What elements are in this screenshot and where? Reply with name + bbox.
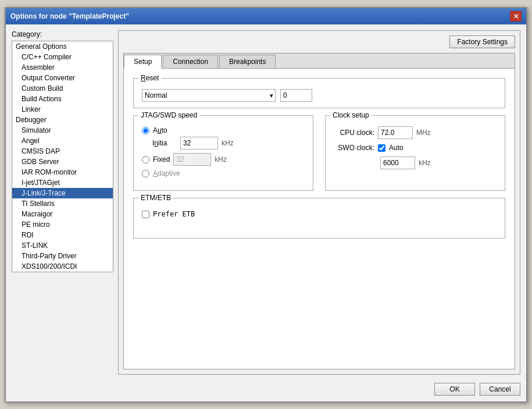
clock-column: Clock setup CPU clock: MHz SW (325, 115, 505, 198)
sidebar-item-i-jet-jtagjet[interactable]: I-jet/JTAGjet (12, 177, 113, 188)
prefer-etb-row: Prefer ETB (142, 210, 497, 218)
cpu-clock-input[interactable] (378, 126, 413, 139)
tab-setup[interactable]: Setup (124, 55, 162, 69)
auto-radio-item: Auto (142, 126, 305, 134)
cpu-clock-row: CPU clock: MHz (334, 126, 497, 139)
clock-options: CPU clock: MHz SWO clock: Auto (334, 126, 497, 169)
initial-row: Initia kHz (152, 137, 305, 150)
swo-auto-checkbox[interactable] (378, 144, 385, 152)
sidebar-item-output-converter[interactable]: Output Converter (12, 73, 113, 83)
jtag-column: JTAG/SWD speed Auto Initia (133, 115, 313, 198)
content-area: Factory Settings Setup Connection Breakp… (118, 30, 520, 375)
initial-label: Initia (152, 139, 177, 147)
sidebar-item-xds100[interactable]: XDS100/200/ICDI (12, 261, 113, 272)
sidebar-item-st-link[interactable]: ST-LINK (12, 240, 113, 251)
jtag-legend: JTAG/SWD speed (138, 111, 199, 119)
fixed-radio-item: Fixed kHz (142, 153, 305, 166)
reset-row: Normal Core System (142, 89, 497, 102)
swo-value-row: kHz (380, 157, 497, 169)
sidebar-container: Category: General Options C/C++ Compiler… (12, 30, 113, 375)
factory-settings-button[interactable]: Factory Settings (449, 35, 515, 48)
title-bar: Options for node "TemplateProject" ✕ (6, 8, 526, 24)
sidebar-item-third-party-driver[interactable]: Third-Party Driver (12, 251, 113, 261)
sidebar-item-assembler[interactable]: Assembler (12, 62, 113, 73)
reset-value-input[interactable] (280, 89, 312, 102)
main-area: Category: General Options C/C++ Compiler… (12, 30, 520, 375)
prefer-etb-label: Prefer ETB (153, 210, 195, 218)
swo-clock-label: SWO clock: (334, 144, 374, 152)
swo-clock-input[interactable] (380, 157, 415, 169)
main-window: Options for node "TemplateProject" ✕ Cat… (5, 7, 527, 403)
two-columns: JTAG/SWD speed Auto Initia (133, 115, 505, 198)
cpu-clock-unit: MHz (416, 129, 431, 137)
category-label: Category: (12, 30, 113, 38)
adaptive-radio-item: Adaptive (142, 169, 305, 177)
sidebar-item-angel[interactable]: Angel (12, 136, 113, 146)
tab-connection[interactable]: Connection (163, 55, 218, 68)
swo-clock-unit: kHz (419, 159, 431, 167)
reset-legend: Reset (138, 74, 161, 82)
sidebar-item-pe-micro[interactable]: PE micro (12, 219, 113, 230)
jtag-section: JTAG/SWD speed Auto Initia (133, 115, 313, 191)
close-button[interactable]: ✕ (510, 11, 522, 22)
sidebar-item-c-cpp-compiler[interactable]: C/C++ Compiler (12, 52, 113, 62)
prefer-etb-checkbox[interactable] (142, 211, 149, 218)
window-body: Category: General Options C/C++ Compiler… (6, 24, 526, 401)
cpu-clock-label: CPU clock: (334, 129, 374, 137)
sidebar-item-simulator[interactable]: Simulator (12, 125, 113, 136)
tab-bar: Setup Connection Breakpoints (124, 54, 515, 69)
reset-section: Reset Normal Core System (133, 78, 505, 108)
tabs-container: Setup Connection Breakpoints Reset Norma… (123, 53, 515, 369)
sidebar-item-build-actions[interactable]: Build Actions (12, 94, 113, 104)
sidebar: General Options C/C++ Compiler Assembler… (12, 41, 113, 272)
sidebar-item-iar-rom-monitor[interactable]: IAR ROM-monitor (12, 167, 113, 177)
tab-content-setup: Reset Normal Core System (124, 69, 515, 369)
auto-radio[interactable] (142, 127, 149, 134)
initial-unit: kHz (222, 139, 234, 147)
sidebar-item-macraigor[interactable]: Macraigor (12, 209, 113, 219)
etm-section: ETM/ETB Prefer ETB (133, 198, 505, 239)
auto-label: Auto (153, 126, 167, 134)
sidebar-item-linker[interactable]: Linker (12, 104, 113, 115)
sidebar-item-custom-build[interactable]: Custom Build (12, 83, 113, 94)
initial-value-input[interactable] (180, 137, 218, 150)
etm-legend: ETM/ETB (138, 194, 173, 202)
sidebar-item-cmsis-dap[interactable]: CMSIS DAP (12, 146, 113, 157)
tab-breakpoints[interactable]: Breakpoints (219, 55, 276, 68)
sidebar-item-general-options[interactable]: General Options (12, 41, 113, 52)
reset-select-wrapper: Normal Core System (142, 89, 276, 102)
window-title: Options for node "TemplateProject" (10, 12, 129, 20)
sidebar-item-j-link-j-trace[interactable]: J-Link/J-Trace (12, 188, 113, 198)
ok-button[interactable]: OK (434, 383, 475, 396)
etm-options: Prefer ETB (142, 210, 497, 218)
cancel-button[interactable]: Cancel (480, 383, 520, 396)
fixed-unit: kHz (215, 155, 227, 163)
fixed-radio[interactable] (142, 156, 149, 163)
factory-settings-row: Factory Settings (123, 35, 515, 48)
adaptive-radio[interactable] (142, 170, 149, 177)
swo-auto-label: Auto (389, 144, 404, 152)
jtag-options: Auto Initia kHz (142, 126, 305, 177)
fixed-value-input[interactable] (173, 153, 211, 166)
sidebar-item-rdi[interactable]: RDI (12, 230, 113, 240)
clock-section: Clock setup CPU clock: MHz SW (325, 115, 505, 191)
fixed-label: Fixed (153, 155, 170, 163)
swo-clock-row: SWO clock: Auto (334, 144, 497, 152)
adaptive-label: Adaptive (153, 169, 180, 177)
sidebar-item-gdb-server[interactable]: GDB Server (12, 157, 113, 167)
clock-legend: Clock setup (330, 111, 372, 119)
reset-dropdown[interactable]: Normal Core System (142, 89, 276, 102)
bottom-bar: OK Cancel (12, 379, 520, 396)
sidebar-item-debugger[interactable]: Debugger (12, 115, 113, 125)
sidebar-item-ti-stellaris[interactable]: TI Stellaris (12, 198, 113, 209)
